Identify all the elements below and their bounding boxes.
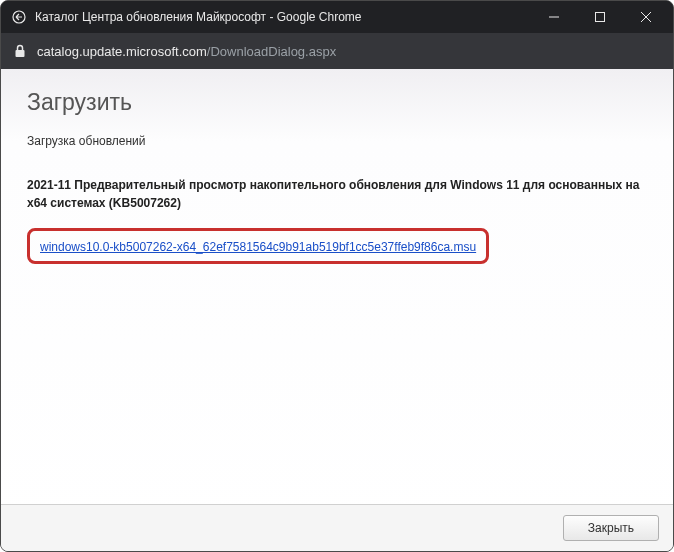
page-favicon xyxy=(11,9,27,25)
content-inner: Загрузить Загрузка обновлений 2021-11 Пр… xyxy=(1,69,673,504)
url-path: /DownloadDialog.aspx xyxy=(207,44,336,59)
lock-icon xyxy=(13,44,27,58)
url-text: catalog.update.microsoft.com/DownloadDia… xyxy=(37,44,336,59)
svg-rect-2 xyxy=(596,13,605,22)
browser-window: Каталог Центра обновления Майкрософт - G… xyxy=(0,0,674,552)
download-link[interactable]: windows10.0-kb5007262-x64_62ef7581564c9b… xyxy=(40,240,476,254)
titlebar: Каталог Центра обновления Майкрософт - G… xyxy=(1,1,673,33)
window-title: Каталог Центра обновления Майкрософт - G… xyxy=(35,10,531,24)
maximize-button[interactable] xyxy=(577,1,623,33)
minimize-button[interactable] xyxy=(531,1,577,33)
download-link-highlight: windows10.0-kb5007262-x64_62ef7581564c9b… xyxy=(27,228,489,264)
svg-rect-5 xyxy=(16,50,25,57)
page-content: Загрузить Загрузка обновлений 2021-11 Пр… xyxy=(1,69,673,551)
close-window-button[interactable] xyxy=(623,1,669,33)
addressbar[interactable]: catalog.update.microsoft.com/DownloadDia… xyxy=(1,33,673,69)
url-domain: catalog.update.microsoft.com xyxy=(37,44,207,59)
page-title: Загрузить xyxy=(27,89,647,116)
update-title: 2021-11 Предварительный просмотр накопит… xyxy=(27,176,647,212)
window-controls xyxy=(531,1,669,33)
footer: Закрыть xyxy=(1,504,673,551)
close-dialog-button[interactable]: Закрыть xyxy=(563,515,659,541)
page-subtitle: Загрузка обновлений xyxy=(27,134,647,148)
